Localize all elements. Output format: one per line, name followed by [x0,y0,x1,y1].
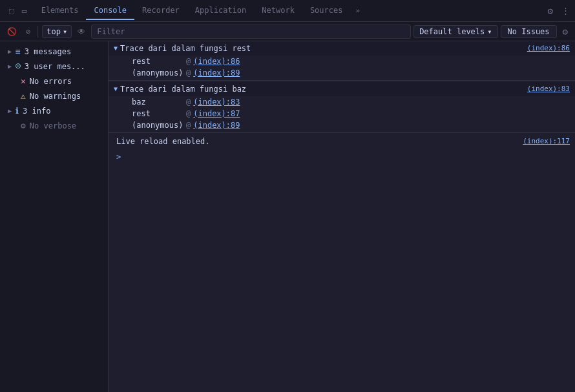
levels-chevron-icon: ▾ [487,27,492,36]
info-label: 3 info [23,107,50,116]
sidebar-item-info[interactable]: ▶ ℹ 3 info [0,103,108,118]
verbose-label: No verbose [30,121,76,130]
messages-icon: ≡ [16,46,21,56]
tab-recorder[interactable]: Recorder [134,2,187,20]
trace2-frame3-at: @ [186,119,191,131]
tab-more-button[interactable]: » [350,3,365,19]
trace1-frame2-at: @ [186,67,191,79]
sidebar-item-warnings[interactable]: ⚠ No warnings [0,88,108,103]
tab-bar-right: ⚙ ⋮ [545,3,572,18]
trace2-frame3-name: (anonymous) [132,119,183,131]
sidebar: ▶ ≡ 3 messages ▶ ☺ 3 user mes... ✕ No er… [0,41,109,392]
main-content: ▶ ≡ 3 messages ▶ ☺ 3 user mes... ✕ No er… [0,41,575,392]
expand-icon-messages: ▶ [8,48,12,55]
tab-elements[interactable]: Elements [34,2,87,20]
info-icon: ℹ [16,106,19,116]
issues-button[interactable]: No Issues [501,25,557,38]
expand-icon-info: ▶ [8,107,12,114]
trace2-frame1-at: @ [186,96,191,108]
console-settings-icon[interactable]: ⚙ [559,25,571,39]
warning-icon: ⚠ [21,91,26,101]
trace1-frame1-at: @ [186,56,191,67]
console-output: ▼ Trace dari dalam fungsi rest (index):8… [109,41,575,392]
trace1-header-line[interactable]: ▼ Trace dari dalam fungsi rest (index):8… [109,41,575,56]
trace2-frame-rest: rest @ (index):87 [109,108,575,119]
live-reload-location[interactable]: (index):117 [510,136,570,147]
eye-icon[interactable]: 👁 [74,25,89,38]
trace2-frame3-loc[interactable]: (index):89 [193,119,240,131]
console-toolbar: 🚫 ⊘ top ▾ 👁 Default levels ▾ No Issues ⚙ [0,22,575,41]
trace2-frame1-name: baz [132,96,183,108]
tab-console[interactable]: Console [86,2,134,20]
device-icon[interactable]: ▭ [19,3,30,18]
expand-icon-user: ▶ [8,63,12,70]
trace2-header-line[interactable]: ▼ Trace dari dalam fungsi baz (index):83 [109,82,575,96]
trace1-frame-rest: rest @ (index):86 [109,56,575,67]
trace2-toggle-icon[interactable]: ▼ [114,83,118,95]
sidebar-item-errors[interactable]: ✕ No errors [0,74,108,88]
trace2-frame2-name: rest [132,108,183,119]
trace1-frame-anonymous: (anonymous) @ (index):89 [109,67,575,79]
user-messages-label: 3 user mes... [25,62,85,71]
clear-console-button[interactable]: 🚫 [4,25,20,38]
trace2-frame2-loc[interactable]: (index):87 [193,108,240,119]
sidebar-item-messages[interactable]: ▶ ≡ 3 messages [0,44,108,59]
tab-bar: ⬚ ▭ Elements Console Recorder Applicatio… [0,0,575,22]
verbose-icon: ⚙ [21,121,26,130]
trace1-toggle-icon[interactable]: ▼ [114,43,118,54]
devtools-more-icon[interactable]: ⋮ [559,3,572,18]
trace-divider-1 [109,80,575,81]
live-reload-line: Live reload enabled. (index):117 [109,134,575,149]
trace2-frame-baz: baz @ (index):83 [109,96,575,108]
sidebar-item-user-messages[interactable]: ▶ ☺ 3 user mes... [0,59,108,74]
trace1-frame2-loc[interactable]: (index):89 [193,67,240,79]
trace2-header-location[interactable]: (index):83 [514,83,570,95]
levels-button[interactable]: Default levels ▾ [413,25,497,38]
context-selector[interactable]: top ▾ [42,25,72,38]
filter-input[interactable] [91,25,411,39]
context-chevron-icon: ▾ [63,27,67,36]
devtools-settings-icon[interactable]: ⚙ [545,4,556,18]
toolbar-separator-1 [37,26,38,37]
trace1-header-text: Trace dari dalam fungsi rest [120,43,514,54]
trace2-header-text: Trace dari dalam fungsi baz [120,83,514,95]
warnings-label: No warnings [30,92,81,101]
console-prompt[interactable]: > [109,149,575,165]
context-label: top [47,27,61,36]
messages-label: 3 messages [25,47,71,56]
trace-divider-2 [109,132,575,133]
errors-label: No errors [30,77,72,86]
user-icon: ☺ [16,61,21,71]
trace2-frame1-loc[interactable]: (index):83 [193,96,240,108]
trace2-frame2-at: @ [186,108,191,119]
trace1-frame2-name: (anonymous) [132,67,183,79]
tab-network[interactable]: Network [254,2,302,20]
tab-sources[interactable]: Sources [302,2,351,20]
filter-toggle-button[interactable]: ⊘ [23,25,34,38]
devtools-icons: ⬚ ▭ [3,3,34,18]
inspect-icon[interactable]: ⬚ [6,3,17,18]
trace1-header-location[interactable]: (index):86 [514,43,570,54]
error-icon: ✕ [21,76,26,86]
prompt-caret-icon: > [116,151,121,163]
trace1-frame1-name: rest [132,56,183,67]
levels-label: Default levels [419,27,485,36]
tab-application[interactable]: Application [187,2,254,20]
live-reload-text: Live reload enabled. [116,136,510,147]
trace2-frame-anonymous: (anonymous) @ (index):89 [109,119,575,131]
trace1-frame1-loc[interactable]: (index):86 [193,56,240,67]
sidebar-item-verbose[interactable]: ⚙ No verbose [0,118,108,133]
